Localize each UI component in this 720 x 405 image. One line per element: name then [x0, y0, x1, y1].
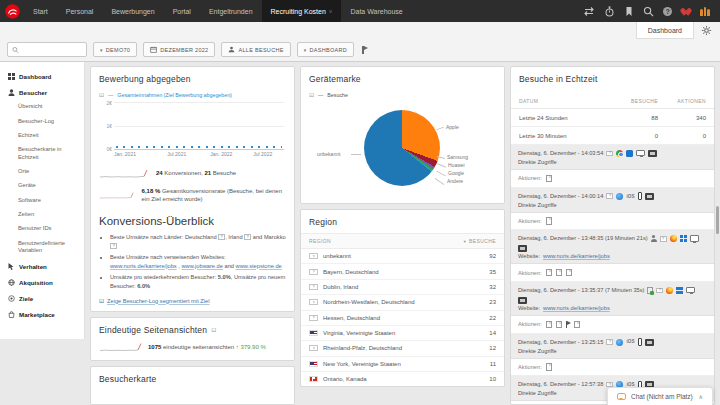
smartphone-icon — [638, 338, 643, 346]
annotations-flag-button[interactable] — [360, 42, 366, 57]
date-range-button[interactable]: DEZEMBER 2022 — [143, 42, 215, 57]
referrer-website-link[interactable]: www.jobware.de — [181, 263, 222, 269]
sidebar-item-besucher[interactable]: Besucher — [0, 84, 84, 100]
device-brand-pie-chart: Apple unbekannt Samsung Huawei Google An… — [309, 102, 496, 202]
sidebar-item-geraete[interactable]: Geräte — [0, 179, 84, 193]
resolution-icon — [518, 245, 527, 252]
segment-selector-button[interactable]: ALLE BESUCHE — [221, 42, 290, 57]
search-icon[interactable] — [643, 6, 654, 17]
export-icon[interactable]: ⊡ — [99, 92, 104, 98]
conversions-stat: 24 Konversionen, 21 Besuche — [99, 167, 286, 180]
sidebar-item-uebersicht[interactable]: Übersicht — [0, 100, 84, 114]
sidebar-item-benutzer-ids[interactable]: Benutzer IDs — [0, 222, 84, 236]
sidebar-item-ziele[interactable]: Ziele — [0, 290, 84, 306]
visit-actions-row: Aktionen: — [511, 264, 714, 282]
table-row[interactable]: New York, Vereinigte Staaten11 — [301, 357, 504, 372]
visit-actions-row: Aktionen: — [511, 170, 714, 188]
sidebar-item-akquisition[interactable]: Akquisition — [0, 274, 84, 290]
sidebar-item-zeiten[interactable]: Zeiten — [0, 208, 84, 222]
column-header-besuche[interactable]: ▼ BESUCHE — [463, 238, 496, 244]
nav-item-entgeltrunden[interactable]: Entgeltrunden — [200, 0, 262, 22]
dashboard-selector-button[interactable]: ▾DASHBOARD — [297, 42, 354, 57]
app-logo[interactable] — [0, 0, 24, 22]
help-icon[interactable]: ? — [663, 7, 672, 16]
revenue-line-chart[interactable]: 2€ 1€ 0€ — [114, 102, 284, 150]
table-row[interactable]: ?unbekannt92 — [301, 249, 504, 264]
scrollbar-thumb[interactable] — [716, 206, 719, 234]
desktop-icon — [636, 150, 645, 157]
pageview-icon[interactable] — [546, 175, 552, 183]
goal-flag-icon[interactable] — [566, 321, 567, 328]
sparkline[interactable] — [99, 189, 135, 202]
table-row[interactable]: ?Rheinland-Pfalz, Deutschland12 — [301, 341, 504, 356]
sidebar-item-verhalten[interactable]: Verhalten — [0, 258, 84, 274]
pie[interactable] — [364, 110, 440, 186]
sidebar-item-besucherkarte-echtzeit[interactable]: Besucherkarte in Echtzeit — [0, 143, 84, 165]
bookmark-icon[interactable] — [624, 6, 634, 17]
visit-website-link[interactable]: www.noris.de/karriere/jobs — [543, 305, 610, 311]
sidebar-item-besucher-log[interactable]: Besucher-Log — [0, 114, 84, 128]
filter-toolbar: ▾DEMO70 DEZEMBER 2022 ALLE BESUCHE ▾DASH… — [7, 42, 366, 57]
pageview-icon[interactable] — [566, 269, 572, 277]
nav-item-bewerbungen[interactable]: Bewerbungen — [102, 0, 163, 22]
x-tick: Jul 2021 — [167, 151, 186, 157]
search-box[interactable] — [7, 42, 87, 57]
table-row[interactable]: ?Dublin, Irland32 — [301, 280, 504, 295]
nav-item-personal[interactable]: Personal — [57, 0, 103, 22]
safari-icon — [616, 193, 623, 200]
pageview-icon[interactable] — [546, 269, 552, 277]
sidebar-item-software[interactable]: Software — [0, 193, 84, 207]
visitor-entry: Dienstag, 6. Dezember - 13:48:35 (19 Min… — [511, 230, 714, 264]
sidebar-item-benutzerdefinierte-variablen[interactable]: Benutzerdefinierte Variablen — [0, 236, 84, 258]
legend-label[interactable]: Gesamteinnahmen (Ziel Bewerbung abgegebe… — [117, 92, 232, 98]
nav-item-recruiting-kosten[interactable]: Recruiting Kosten∨ — [262, 0, 342, 22]
export-icon[interactable]: ⊡ — [211, 327, 216, 333]
visit-website-link[interactable]: www.noris.de/karriere/jobs — [543, 253, 610, 259]
top-icon-bar: ? — [583, 0, 720, 22]
chat-widget[interactable]: Chat (Nicht am Platz) ∧ — [607, 387, 713, 405]
pageview-icon[interactable] — [574, 321, 580, 329]
resolution-icon — [645, 193, 654, 200]
nav-item-start[interactable]: Start — [24, 0, 57, 22]
profile-people-icon[interactable] — [700, 7, 710, 16]
pageview-icon[interactable] — [546, 363, 552, 371]
conversion-rate-stat: 6,18 % Gesamtkonversionsrate (Besuche, b… — [99, 188, 286, 204]
gear-icon[interactable] — [701, 25, 712, 36]
flag-unknown-icon: ? — [309, 269, 318, 275]
widget-title: Eindeutige Seitenansichten — [99, 325, 207, 335]
nav-item-portal[interactable]: Portal — [164, 0, 200, 22]
stopwatch-icon[interactable] — [604, 6, 615, 17]
sidebar-item-orte[interactable]: Orte — [0, 165, 84, 179]
visitor-log-link[interactable]: ⊡Zeige Besucher-Log segmentiert mit Ziel — [99, 298, 286, 304]
referrer-website-link[interactable]: www.noris.de/karriere/jobs — [110, 263, 177, 269]
referrer-type: Direkte Zugriffe — [518, 390, 557, 396]
data-series-line — [116, 146, 282, 148]
table-row[interactable]: Virginia, Vereinigte Staaten14 — [301, 326, 504, 341]
table-row[interactable]: ?Bayern, Deutschland35 — [301, 264, 504, 279]
pageview-icon[interactable] — [546, 217, 552, 225]
sidebar-item-echtzeit[interactable]: Echtzeit — [0, 129, 84, 143]
tab-dashboard[interactable]: Dashboard — [636, 22, 694, 39]
visitor-entry: Dienstag, 6. Dezember - 13:25:15?iOS Dir… — [511, 334, 714, 359]
flag-canada-icon — [309, 376, 318, 382]
search-input[interactable] — [22, 47, 82, 53]
table-row[interactable]: ?Hessen, Deutschland22 — [301, 311, 504, 326]
pageview-icon[interactable] — [556, 269, 562, 277]
site-selector-button[interactable]: ▾DEMO70 — [93, 42, 137, 57]
favorites-heart-icon[interactable] — [681, 7, 691, 16]
nav-item-data-warehouse[interactable]: Data Warehouse — [341, 0, 411, 22]
pageview-icon[interactable] — [546, 321, 552, 329]
column-header-region[interactable]: REGION — [309, 238, 331, 244]
ios-os-icon: iOS — [626, 193, 635, 200]
sparkline[interactable] — [99, 341, 143, 353]
export-icon[interactable]: ⊡ — [309, 92, 314, 98]
sparkline[interactable] — [99, 167, 149, 180]
table-row[interactable]: ?Nordrhein-Westfalen, Deutschland23 — [301, 295, 504, 310]
referrer-website-link[interactable]: www.stepstone.de — [236, 263, 282, 269]
pageview-icon[interactable] — [556, 321, 562, 329]
sidebar-item-marketplace[interactable]: Marketplace — [0, 306, 84, 322]
legend-label[interactable]: Besuche — [327, 92, 348, 98]
sidebar-item-dashboard[interactable]: Dashboard — [0, 68, 84, 84]
table-row[interactable]: Ontario, Kanada10 — [301, 372, 504, 386]
transfer-arrows-icon[interactable] — [583, 6, 595, 17]
